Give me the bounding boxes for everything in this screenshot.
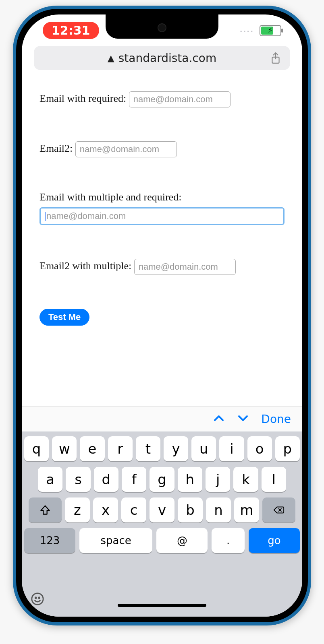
keyboard-done-button[interactable]: Done	[261, 413, 291, 426]
site-warning-icon: ▲	[108, 53, 114, 63]
svg-point-4	[35, 597, 36, 599]
svg-point-3	[32, 593, 43, 605]
svg-point-5	[39, 597, 40, 599]
emoji-key[interactable]	[31, 592, 44, 607]
key-c[interactable]: c	[121, 497, 146, 522]
field-label: Email2 with multiple:	[39, 260, 131, 272]
shift-key[interactable]	[29, 497, 62, 522]
keyboard: qwertyuiop asdfghjkl zxcvbnm 123 space	[22, 431, 302, 617]
key-r[interactable]: r	[108, 436, 133, 461]
share-button[interactable]	[267, 49, 285, 67]
key-m[interactable]: m	[234, 497, 259, 522]
key-o[interactable]: o	[247, 436, 272, 461]
status-time: 12:31	[43, 22, 99, 39]
prev-field-button[interactable]	[213, 412, 225, 426]
key-x[interactable]: x	[93, 497, 118, 522]
keyboard-accessory: Done	[22, 406, 302, 431]
key-b[interactable]: b	[178, 497, 203, 522]
dot-key[interactable]: .	[212, 528, 245, 553]
numbers-key[interactable]: 123	[24, 528, 75, 553]
key-t[interactable]: t	[136, 436, 160, 461]
key-a[interactable]: a	[38, 467, 62, 492]
key-u[interactable]: u	[191, 436, 216, 461]
field-label: Email2:	[39, 142, 73, 154]
email-required-input[interactable]: name@domain.com	[129, 91, 231, 107]
field-label: Email with required:	[39, 93, 126, 104]
email-multiple-required-input[interactable]: name@domain.com	[39, 207, 285, 225]
backspace-key[interactable]	[262, 497, 295, 522]
email2-input[interactable]: name@domain.com	[75, 141, 177, 157]
key-p[interactable]: p	[275, 436, 300, 461]
key-f[interactable]: f	[122, 467, 146, 492]
key-e[interactable]: e	[80, 436, 104, 461]
submit-button[interactable]: Test Me	[39, 309, 89, 326]
battery-icon: ⚡︎	[260, 25, 281, 36]
url-domain: standardista.com	[118, 52, 216, 65]
key-w[interactable]: w	[52, 436, 77, 461]
key-q[interactable]: q	[24, 436, 49, 461]
key-y[interactable]: y	[164, 436, 188, 461]
at-key[interactable]: @	[156, 528, 208, 553]
field-label: Email with multiple and required:	[39, 191, 181, 203]
key-h[interactable]: h	[178, 467, 202, 492]
signal-dots: ····	[240, 27, 254, 36]
key-s[interactable]: s	[66, 467, 90, 492]
key-k[interactable]: k	[233, 467, 258, 492]
home-indicator[interactable]	[118, 604, 206, 607]
key-d[interactable]: d	[94, 467, 118, 492]
key-i[interactable]: i	[219, 436, 244, 461]
key-j[interactable]: j	[206, 467, 230, 492]
key-v[interactable]: v	[150, 497, 174, 522]
key-l[interactable]: l	[262, 467, 286, 492]
key-g[interactable]: g	[150, 467, 174, 492]
next-field-button[interactable]	[237, 412, 249, 426]
key-n[interactable]: n	[206, 497, 231, 522]
url-bar[interactable]: ▲ standardista.com	[34, 46, 290, 70]
go-key[interactable]: go	[249, 528, 300, 553]
key-z[interactable]: z	[65, 497, 90, 522]
space-key[interactable]: space	[79, 528, 152, 553]
email2-multiple-input[interactable]: name@domain.com	[134, 259, 236, 275]
